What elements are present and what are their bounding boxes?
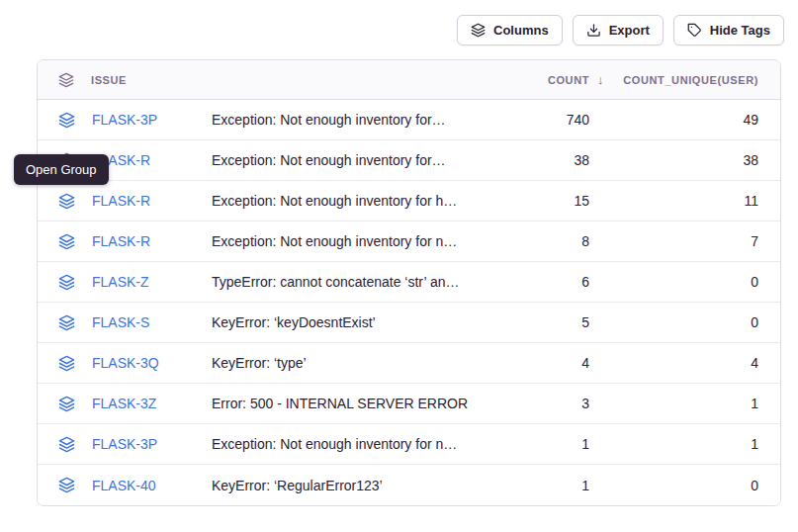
issues-table: ISSUE COUNT ↓ COUNT_UNIQUE(USER) FLASK-3…: [37, 59, 781, 506]
count-value: 5: [500, 314, 589, 330]
issue-link[interactable]: FLASK-R: [92, 193, 150, 209]
header-count-unique-label: COUNT_UNIQUE(USER): [623, 74, 758, 86]
hide-tags-button[interactable]: Hide Tags: [673, 15, 784, 45]
download-icon: [586, 23, 601, 38]
open-group-tooltip: Open Group: [14, 154, 109, 185]
issue-link[interactable]: FLASK-S: [92, 314, 149, 330]
issue-link[interactable]: FLASK-3Q: [92, 355, 159, 371]
layers-icon[interactable]: [58, 233, 75, 250]
toolbar: Columns Export Hide Tags: [457, 15, 784, 45]
tooltip-label: Open Group: [26, 162, 97, 177]
count-value: 38: [500, 152, 589, 168]
layers-icon[interactable]: [58, 436, 75, 453]
table-row: FLASK-3P Exception: Not enough inventory…: [38, 424, 780, 465]
layers-icon[interactable]: [58, 477, 75, 493]
issue-title: Exception: Not enough inventory for h…: [212, 193, 500, 209]
issue-title: Error: 500 - INTERNAL SERVER ERROR: [212, 396, 500, 411]
count-value: 3: [500, 396, 589, 411]
columns-button-label: Columns: [493, 23, 549, 38]
count-unique-value: 11: [589, 193, 758, 209]
table-row: FLASK-40 KeyError: ‘RegularError123’ 1 0: [38, 465, 780, 505]
issue-link[interactable]: FLASK-40: [92, 478, 156, 493]
issue-title: KeyError: ‘RegularError123’: [212, 478, 500, 493]
table-row: FLASK-R Exception: Not enough inventory …: [38, 181, 780, 222]
header-count-cell[interactable]: COUNT ↓: [500, 72, 589, 87]
issue-link[interactable]: FLASK-3P: [92, 436, 157, 452]
count-value: 1: [500, 436, 589, 452]
count-value: 4: [500, 355, 589, 371]
count-value: 8: [500, 233, 589, 249]
columns-button[interactable]: Columns: [457, 15, 563, 45]
issue-link[interactable]: FLASK-Z: [92, 274, 149, 290]
issue-title: TypeError: cannot concatenate ‘str’ an…: [212, 274, 500, 290]
issue-cell: FLASK-R: [38, 193, 212, 210]
issue-cell: FLASK-R: [38, 233, 212, 250]
layers-icon[interactable]: [58, 314, 75, 331]
layers-icon[interactable]: [58, 112, 75, 129]
count-unique-value: 49: [589, 112, 758, 128]
layers-icon: [471, 23, 486, 38]
table-row: FLASK-R Exception: Not enough inventory …: [38, 222, 780, 262]
issue-title: Exception: Not enough inventory for…: [212, 152, 500, 168]
layers-icon[interactable]: [58, 274, 75, 291]
count-value: 6: [500, 274, 589, 290]
count-unique-value: 0: [589, 478, 758, 493]
issue-link[interactable]: FLASK-R: [92, 233, 150, 249]
count-value: 740: [500, 112, 589, 128]
layers-icon[interactable]: [58, 193, 75, 210]
table-row: FLASK-3Q KeyError: ‘type’ 4 4: [38, 343, 780, 384]
count-unique-value: 0: [589, 274, 758, 290]
hide-tags-button-label: Hide Tags: [710, 23, 770, 38]
issue-title: KeyError: ‘type’: [212, 355, 500, 371]
issue-cell: FLASK-Z: [38, 274, 212, 291]
header-issue-cell[interactable]: ISSUE: [38, 72, 212, 88]
issue-link[interactable]: FLASK-3Z: [92, 396, 156, 411]
issue-cell: FLASK-3P: [38, 436, 212, 453]
count-unique-value: 1: [589, 396, 758, 411]
layers-icon: [58, 72, 74, 88]
issue-cell: FLASK-3Z: [38, 396, 212, 412]
layers-icon[interactable]: [58, 396, 75, 412]
table-row: FLASK-3P Exception: Not enough inventory…: [38, 100, 780, 140]
issue-title: Exception: Not enough inventory for…: [212, 112, 500, 128]
issue-title: KeyError: ‘keyDoesntExist’: [212, 314, 500, 330]
table-row: FLASK-S KeyError: ‘keyDoesntExist’ 5 0: [38, 303, 780, 343]
header-issue-label: ISSUE: [91, 74, 127, 86]
table-body: FLASK-3P Exception: Not enough inventory…: [38, 100, 780, 505]
table-header-row: ISSUE COUNT ↓ COUNT_UNIQUE(USER): [38, 60, 780, 100]
count-value: 1: [500, 478, 589, 493]
header-count-label: COUNT: [548, 74, 589, 86]
header-count-unique-cell[interactable]: COUNT_UNIQUE(USER): [589, 74, 758, 86]
count-unique-value: 4: [589, 355, 758, 371]
count-unique-value: 1: [589, 436, 758, 452]
table-row: FLASK-Z TypeError: cannot concatenate ‘s…: [38, 262, 780, 303]
table-row: FLASK-R Exception: Not enough inventory …: [38, 140, 780, 181]
issue-cell: FLASK-3Q: [38, 355, 212, 372]
count-unique-value: 7: [589, 233, 758, 249]
export-button[interactable]: Export: [573, 15, 664, 45]
layers-icon[interactable]: [58, 355, 75, 372]
count-unique-value: 0: [589, 314, 758, 330]
tag-icon: [687, 23, 702, 38]
issue-link[interactable]: FLASK-3P: [92, 112, 157, 128]
issue-cell: FLASK-40: [38, 477, 212, 493]
export-button-label: Export: [609, 23, 650, 38]
issue-title: Exception: Not enough inventory for n…: [212, 436, 500, 452]
issue-cell: FLASK-3P: [38, 112, 212, 129]
issue-cell: FLASK-S: [38, 314, 212, 331]
issue-title: Exception: Not enough inventory for n…: [212, 233, 500, 249]
table-row: FLASK-3Z Error: 500 - INTERNAL SERVER ER…: [38, 384, 780, 424]
count-unique-value: 38: [589, 152, 758, 168]
count-value: 15: [500, 193, 589, 209]
